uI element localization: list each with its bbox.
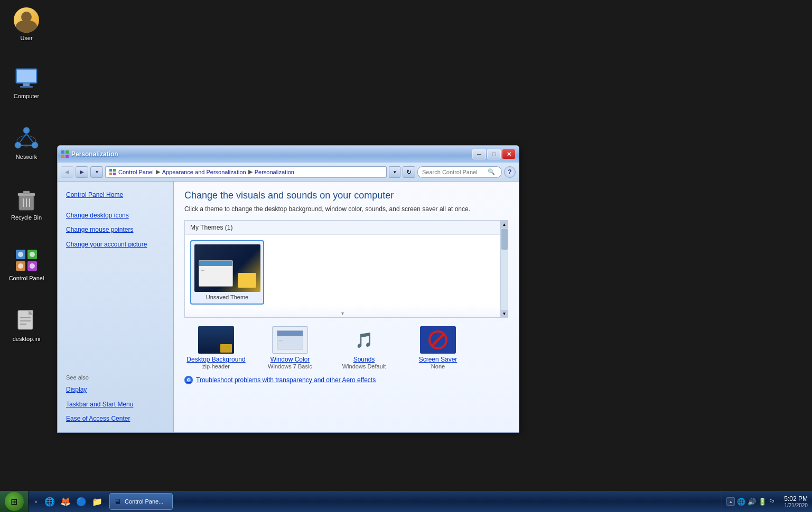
back-button[interactable]: ◀ [61, 166, 73, 178]
svg-point-22 [30, 252, 35, 257]
breadcrumb-appearance[interactable]: Appearance and Personalization [162, 169, 246, 175]
screen-saver-label[interactable]: Screen Saver [419, 356, 458, 363]
troubleshoot-link[interactable]: ⚙ Troubleshoot problems with transparenc… [184, 376, 508, 384]
scrollbar-down[interactable]: ▼ [501, 310, 508, 317]
sidebar-link-taskbar[interactable]: Taskbar and Start Menu [58, 397, 173, 412]
sidebar-link-ease-of-access[interactable]: Ease of Access Center [58, 412, 173, 426]
address-bar: ◀ ▶ ▾ Control Panel ▶ Appearance and Per… [58, 163, 519, 182]
forward-button[interactable]: ▶ [76, 166, 88, 178]
desktop-ini-label: desktop.ini [13, 336, 41, 342]
search-input[interactable] [422, 169, 486, 175]
themes-body: Unsaved Theme [185, 235, 508, 310]
help-button[interactable]: ? [504, 166, 516, 178]
scrollbar-thumb[interactable] [501, 229, 508, 250]
sounds-item[interactable]: 🎵 Sounds Windows Default [332, 325, 396, 369]
theme-unsaved-label: Unsaved Theme [206, 294, 249, 300]
breadcrumb-personalization[interactable]: Personalization [255, 169, 294, 175]
close-button[interactable]: ✕ [502, 149, 516, 159]
themes-container[interactable]: My Themes (1) Unsaved Theme ▲ [184, 220, 508, 318]
title-bar-buttons: ─ □ ✕ [472, 149, 516, 159]
svg-point-23 [18, 263, 23, 269]
window-color-img [272, 326, 308, 354]
no-sign [428, 330, 447, 349]
theme-preview-window [199, 260, 233, 287]
desktop-background-item[interactable]: Desktop Background zip-header [184, 325, 248, 369]
taskbar-sys-tray: ▲ 🌐 🔊 🔋 🏳 [722, 491, 780, 512]
theme-preview-unsaved [194, 244, 260, 292]
cp-path-icon [109, 168, 116, 176]
sidebar-link-desktop-icons[interactable]: Change desktop icons [58, 208, 173, 223]
sounds-img: 🎵 [346, 326, 382, 354]
down-button[interactable]: ▾ [90, 166, 103, 178]
theme-unsaved[interactable]: Unsaved Theme [190, 240, 264, 305]
scrollbar-track[interactable] [501, 228, 508, 310]
window-color-item[interactable]: Window Color Windows 7 Basic [258, 325, 322, 369]
clock-date: 1/21/2020 [784, 502, 808, 508]
desktop-icon-control-panel[interactable]: Control Panel [5, 245, 48, 283]
taskbar-task-control-panel[interactable]: 🖥 Control Pane... [109, 493, 173, 510]
svg-rect-36 [113, 169, 116, 172]
address-dropdown[interactable]: ▾ [389, 166, 400, 178]
minimize-button[interactable]: ─ [472, 149, 486, 159]
recycle-bin-icon [14, 187, 39, 212]
start-button[interactable]: ⊞ [0, 491, 29, 512]
svg-line-8 [26, 134, 33, 142]
quick-btn-ie[interactable]: 🌐 [42, 494, 57, 509]
troubleshoot-icon: ⚙ [184, 376, 193, 384]
themes-bottom-hint: ▾ [185, 305, 500, 317]
network-icon [14, 126, 39, 151]
screensaver-img [420, 326, 456, 354]
tray-arrow[interactable]: ▲ [726, 497, 735, 506]
sounds-label[interactable]: Sounds [353, 356, 375, 363]
desktop-icon-network[interactable]: Network [5, 124, 48, 162]
themes-scrollbar[interactable]: ▲ ▼ [500, 221, 508, 317]
desktop-icon-computer[interactable]: Computer [5, 63, 48, 101]
desktop: User Computer Network [0, 0, 812, 512]
scrollbar-up[interactable]: ▲ [501, 221, 508, 228]
tray-icon-action-center[interactable]: 🏳 [769, 498, 776, 506]
sidebar-link-mouse-pointers[interactable]: Change mouse pointers [58, 223, 173, 237]
screen-saver-icon-wrap [419, 325, 457, 355]
sidebar-link-display[interactable]: Display [58, 383, 173, 397]
refresh-button[interactable]: ↻ [403, 166, 415, 178]
network-icon-label: Network [16, 154, 37, 160]
themes-header: My Themes (1) [185, 221, 508, 235]
sidebar-link-account-picture[interactable]: Change your account picture [58, 238, 173, 252]
svg-point-4 [23, 127, 30, 134]
computer-icon [14, 65, 39, 91]
user-icon-label: User [20, 35, 32, 41]
desktop-icon-recycle-bin[interactable]: Recycle Bin [5, 185, 48, 223]
search-icon[interactable]: 🔍 [488, 168, 495, 175]
clock-time: 5:02 PM [784, 495, 808, 502]
control-panel-label: Control Panel [9, 275, 44, 281]
desktop-background-label[interactable]: Desktop Background [186, 356, 245, 363]
desktop-icon-desktop-ini[interactable]: desktop.ini [5, 306, 48, 344]
quick-btn-explorer[interactable]: 📁 [90, 494, 105, 509]
maximize-button[interactable]: □ [487, 149, 501, 159]
taskbar-clock[interactable]: 5:02 PM 1/21/2020 [780, 491, 812, 512]
sounds-sublabel: Windows Default [342, 363, 386, 369]
window-color-label[interactable]: Window Color [270, 356, 310, 363]
tray-icon-sound[interactable]: 🔊 [748, 498, 756, 506]
main-title: Change the visuals and sounds on your co… [184, 190, 508, 201]
address-path[interactable]: Control Panel ▶ Appearance and Personali… [105, 166, 387, 178]
svg-rect-31 [61, 150, 64, 154]
tray-icon-network[interactable]: 🌐 [737, 498, 745, 506]
svg-point-24 [30, 263, 35, 269]
search-box[interactable]: 🔍 [417, 166, 502, 178]
tray-icon-battery[interactable]: 🔋 [758, 498, 767, 506]
quick-btn-chrome[interactable]: 🔵 [74, 494, 89, 509]
svg-rect-32 [66, 150, 69, 154]
user-icon [14, 7, 39, 33]
svg-rect-3 [20, 86, 33, 88]
window-body: Control Panel Home Change desktop icons … [58, 182, 519, 432]
desktop-icon-user[interactable]: User [5, 5, 48, 43]
quick-btn-firefox[interactable]: 🦊 [58, 494, 73, 509]
sidebar-link-home[interactable]: Control Panel Home [58, 188, 173, 202]
window-title: Personalization [71, 150, 118, 158]
troubleshoot-label: Troubleshoot problems with transparency … [196, 376, 376, 384]
screen-saver-item[interactable]: Screen Saver None [406, 325, 470, 369]
breadcrumb-cp[interactable]: Control Panel [118, 169, 154, 175]
desktop-background-icon [197, 325, 235, 355]
taskbar-expand[interactable]: » [31, 494, 41, 509]
